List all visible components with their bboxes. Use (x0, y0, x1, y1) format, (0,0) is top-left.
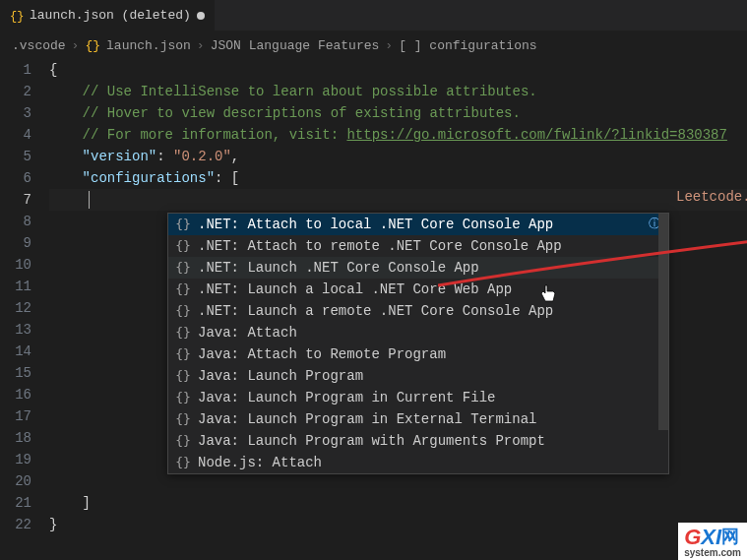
snippet-icon: {} (174, 365, 192, 387)
line-number: 9 (0, 232, 31, 254)
suggest-label: .NET: Attach to local .NET Core Console … (198, 214, 553, 235)
editor-tab[interactable]: {} launch.json (deleted) (0, 0, 215, 31)
breadcrumb-part[interactable]: .vscode (12, 38, 66, 53)
suggest-label: Java: Launch Program in External Termina… (198, 408, 536, 430)
suggest-label: .NET: Attach to remote .NET Core Console… (198, 235, 562, 257)
suggest-label: .NET: Launch a local .NET Core Web App (198, 279, 512, 300)
line-number: 10 (0, 254, 31, 276)
snippet-icon: {} (174, 300, 192, 322)
line-number: 3 (0, 102, 31, 124)
snippet-icon: {} (174, 430, 192, 452)
snippet-icon: {} (174, 387, 192, 408)
suggest-item[interactable]: {}Java: Attach to Remote Program (168, 343, 668, 365)
code-line[interactable]: { (49, 59, 747, 81)
line-number: 19 (0, 449, 31, 470)
line-number: 15 (0, 362, 31, 384)
chevron-right-icon: › (385, 38, 393, 53)
suggest-item[interactable]: {}Node.js: Attach (168, 452, 668, 473)
code-line[interactable]: "configurations": [ (49, 167, 747, 189)
line-number: 1 (0, 59, 31, 81)
line-number: 6 (0, 167, 31, 189)
line-number: 13 (0, 319, 31, 341)
editor-area: 12345678910111213141516171819202122 Leet… (0, 59, 747, 535)
snippet-icon: {} (174, 214, 192, 235)
suggest-item[interactable]: {}.NET: Launch .NET Core Console App (168, 257, 668, 279)
line-number: 11 (0, 276, 31, 297)
line-number: 2 (0, 81, 31, 102)
suggest-label: Node.js: Attach (198, 452, 322, 473)
line-number: 16 (0, 384, 31, 405)
json-icon: {} (85, 38, 100, 53)
code-content[interactable]: Leetcode.dll", { // Use IntelliSense to … (49, 59, 747, 535)
json-icon: {} (10, 9, 24, 23)
code-line[interactable]: // Use IntelliSense to learn about possi… (49, 81, 747, 102)
suggest-item[interactable]: {}.NET: Launch a remote .NET Core Consol… (168, 300, 668, 322)
modified-dot-icon (197, 12, 205, 20)
code-line[interactable]: // Hover to view descriptions of existin… (49, 102, 747, 124)
tab-bar: {} launch.json (deleted) (0, 0, 747, 31)
suggest-label: Java: Attach (198, 322, 297, 343)
line-number: 20 (0, 470, 31, 492)
snippet-icon: {} (174, 257, 192, 279)
code-line[interactable]: // For more information, visit: https://… (49, 124, 747, 146)
suggest-label: Java: Launch Program in Current File (198, 387, 495, 408)
intellisense-suggest-list[interactable]: {}.NET: Attach to local .NET Core Consol… (167, 213, 669, 474)
suggest-item[interactable]: {}Java: Launch Program (168, 365, 668, 387)
line-number: 14 (0, 341, 31, 362)
breadcrumb-part[interactable]: launch.json (106, 38, 191, 53)
breadcrumb-part[interactable]: JSON Language Features (211, 38, 380, 53)
snippet-icon: {} (174, 452, 192, 473)
snippet-icon: {} (174, 322, 192, 343)
suggest-label: Java: Attach to Remote Program (198, 343, 446, 365)
suggest-label: Java: Launch Program (198, 365, 363, 387)
line-number: 7 (0, 189, 31, 211)
suggest-item[interactable]: {}.NET: Attach to local .NET Core Consol… (168, 214, 668, 235)
suggest-label: Java: Launch Program with Arguments Prom… (198, 430, 545, 452)
suggest-label: .NET: Launch a remote .NET Core Console … (198, 300, 553, 322)
line-number: 18 (0, 427, 31, 449)
line-number: 8 (0, 211, 31, 232)
tab-filename: launch.json (deleted) (30, 8, 191, 23)
snippet-icon: {} (174, 235, 192, 257)
suggest-item[interactable]: {}.NET: Launch a local .NET Core Web App (168, 279, 668, 300)
line-number: 12 (0, 297, 31, 319)
suggest-scrollbar[interactable] (658, 214, 668, 430)
line-number: 22 (0, 514, 31, 535)
suggest-item[interactable]: {}Java: Attach (168, 322, 668, 343)
code-line[interactable]: {}.NET: Attach to local .NET Core Consol… (49, 211, 747, 232)
suggest-label: .NET: Launch .NET Core Console App (198, 257, 479, 279)
suggest-item[interactable]: {}.NET: Attach to remote .NET Core Conso… (168, 235, 668, 257)
snippet-icon: {} (174, 408, 192, 430)
suggest-item[interactable]: {}Java: Launch Program in Current File (168, 387, 668, 408)
suggest-item[interactable]: {}Java: Launch Program with Arguments Pr… (168, 430, 668, 452)
snippet-icon: {} (174, 343, 192, 365)
chevron-right-icon: › (197, 38, 205, 53)
line-number-gutter: 12345678910111213141516171819202122 (0, 59, 49, 535)
line-number: 17 (0, 405, 31, 427)
svg-text:{}: {} (10, 10, 24, 23)
line-number: 5 (0, 146, 31, 167)
line-number: 21 (0, 492, 31, 514)
code-line[interactable]: } (49, 514, 747, 535)
line-number: 4 (0, 124, 31, 146)
watermark: GXI网 system.com (678, 523, 747, 560)
snippet-icon: {} (174, 279, 192, 300)
code-line[interactable]: ] (49, 492, 747, 514)
breadcrumb[interactable]: .vscode › {} launch.json › JSON Language… (0, 31, 747, 59)
suggest-item[interactable]: {}Java: Launch Program in External Termi… (168, 408, 668, 430)
chevron-right-icon: › (72, 38, 80, 53)
code-line[interactable] (49, 189, 747, 211)
code-line[interactable]: "version": "0.2.0", (49, 146, 747, 167)
breadcrumb-part[interactable]: [ ] configurations (399, 38, 536, 53)
